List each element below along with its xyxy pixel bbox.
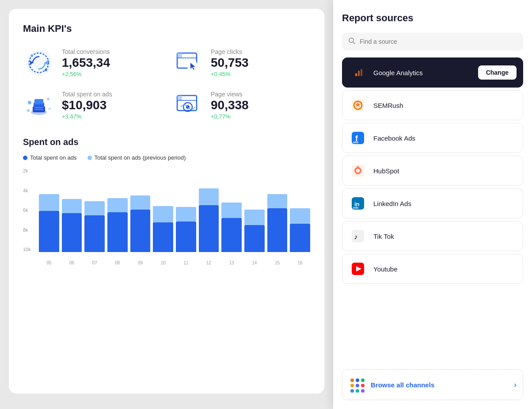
svg-rect-15: [34, 99, 43, 104]
svg-point-7: [47, 59, 49, 61]
bar-light: [153, 206, 173, 222]
bar-group: [39, 194, 59, 252]
svg-point-16: [28, 101, 31, 104]
search-box[interactable]: [342, 33, 523, 50]
svg-rect-32: [361, 69, 362, 76]
x-label: 11: [176, 260, 196, 265]
bar-dark: [84, 215, 105, 252]
source-item-semrush[interactable]: SEMRush: [342, 90, 523, 120]
x-label: 09: [130, 260, 151, 265]
source-list: Google AnalyticsChangeSEMRushfadsFaceboo…: [342, 57, 523, 366]
chart-legend: Total spent on ads Total spent on ads (p…: [23, 154, 310, 161]
svg-text:♪: ♪: [354, 233, 357, 241]
kpi-page-views: Page views 90,338 +0,77%: [172, 89, 310, 121]
bar-dark: [199, 205, 219, 252]
svg-point-4: [30, 54, 33, 57]
bar-group: [107, 198, 128, 252]
kpi-conversions-change: +2,56%: [62, 71, 110, 77]
x-label: 12: [199, 260, 219, 265]
bar-dark: [107, 212, 128, 252]
svg-rect-30: [355, 73, 357, 76]
svg-line-28: [353, 42, 355, 44]
browse-channels-row[interactable]: Browse all channels ›: [342, 369, 523, 400]
bar-light: [176, 207, 196, 222]
dashboard-card: Main KPI's: [9, 9, 324, 394]
semrush-logo: [349, 96, 367, 115]
bar-light: [62, 199, 82, 213]
kpi-grid: Total conversions 1,653,34 +2,56%: [23, 47, 310, 121]
kpi-views-value: 90,338: [211, 99, 249, 112]
bar-dark: [130, 210, 151, 252]
linkedin-ads-name: LinkedIn Ads: [373, 200, 517, 207]
bar-group: [176, 207, 196, 252]
source-item-facebook-ads[interactable]: fadsFacebook Ads: [342, 123, 523, 153]
tik-tok-name: Tik Tok: [373, 233, 517, 240]
y-label-4k: 4k: [23, 188, 37, 193]
search-input[interactable]: [360, 38, 517, 45]
facebook-ads-logo: fads: [349, 129, 367, 147]
y-label-10k: 10k: [23, 247, 37, 252]
legend-current: Total spent on ads: [23, 154, 77, 161]
legend-label-previous: Total spent on ads (previous period): [95, 154, 186, 161]
kpi-spent-text: Total spent on ads $10,903 +3,47%: [62, 91, 112, 120]
kpi-conversions-label: Total conversions: [62, 48, 110, 55]
svg-point-19: [49, 108, 51, 110]
svg-point-17: [47, 98, 49, 100]
bar-dark: [39, 211, 59, 252]
hubspot-name: HubSpot: [373, 167, 517, 175]
bar-group: [290, 208, 310, 252]
bar-light: [290, 208, 310, 224]
bar-light: [39, 194, 59, 211]
conversion-icon: [23, 47, 55, 79]
bar-group: [221, 203, 242, 252]
browse-channels-icon: [349, 377, 365, 393]
hubspot-logo: [349, 161, 367, 180]
bar-dark: [221, 218, 242, 252]
kpi-views-change: +0,77%: [211, 113, 249, 120]
tik-tok-logo: ♪: [349, 227, 367, 245]
legend-label-current: Total spent on ads: [30, 154, 77, 161]
source-item-youtube[interactable]: Youtube: [342, 254, 523, 284]
x-label: 07: [84, 260, 105, 265]
chart-area: 10k 8k 6k 4k 2k: [23, 168, 310, 265]
svg-point-5: [45, 69, 47, 71]
main-kpis-title: Main KPI's: [23, 23, 310, 34]
bar-light: [130, 195, 151, 210]
chart-y-labels: 10k 8k 6k 4k 2k: [23, 168, 37, 252]
source-item-tik-tok[interactable]: ♪Tik Tok: [342, 221, 523, 251]
chart-x-labels: 050607080910111213141516: [39, 260, 310, 265]
source-item-linkedin-ads[interactable]: inadsLinkedIn Ads: [342, 188, 523, 218]
sidebar-title: Report sources: [342, 12, 523, 24]
bar-dark: [176, 222, 196, 252]
kpi-views-label: Page views: [211, 91, 249, 98]
bar-dark: [62, 213, 82, 252]
x-label: 10: [153, 260, 173, 265]
facebook-ads-name: Facebook Ads: [373, 134, 517, 142]
kpi-spent-ads: Total spent on ads $10,903 +3,47%: [23, 89, 161, 121]
clicks-icon: [172, 47, 204, 79]
bar-dark: [244, 225, 265, 252]
bar-group: [130, 195, 151, 252]
bar-group: [62, 199, 82, 252]
x-label: 14: [244, 260, 265, 265]
x-label: 16: [290, 260, 310, 265]
pageviews-icon: [172, 89, 204, 121]
legend-previous: Total spent on ads (previous period): [87, 154, 186, 161]
linkedin-ads-logo: inads: [349, 194, 367, 213]
kpi-page-clicks: Page clicks 50,753 +0,45%: [172, 47, 310, 79]
ads-spent-icon: [23, 89, 55, 121]
y-label-2k: 2k: [23, 168, 37, 173]
source-item-hubspot[interactable]: HubSpot: [342, 156, 523, 186]
bar-light: [84, 201, 105, 215]
bar-group: [267, 194, 288, 252]
browse-channels-label: Browse all channels: [371, 381, 508, 389]
source-item-google-analytics[interactable]: Google AnalyticsChange: [342, 57, 523, 88]
chevron-right-icon: ›: [514, 380, 517, 390]
bar-light: [267, 194, 288, 208]
svg-text:ads: ads: [353, 141, 358, 144]
google-analytics-change-button[interactable]: Change: [478, 65, 517, 80]
kpi-spent-change: +3,47%: [62, 113, 112, 120]
semrush-name: SEMRush: [373, 102, 517, 109]
x-label: 15: [267, 260, 288, 265]
legend-dot-previous: [87, 156, 92, 160]
